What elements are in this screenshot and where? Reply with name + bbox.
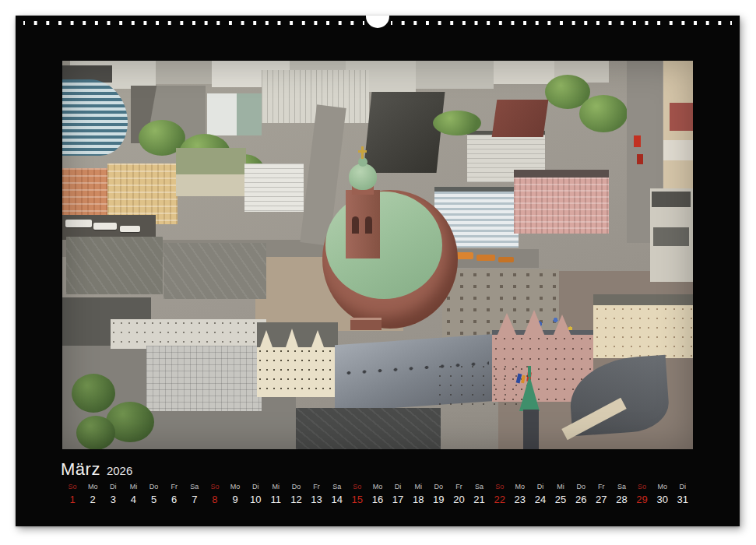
date-number: 2 [90,494,96,505]
weekday-label: So [69,483,77,490]
roemer-gable [497,313,517,336]
weekday-label: So [495,483,504,490]
paulskirche-dome [325,192,442,299]
calendar-day: Di 10 [245,483,265,505]
date-number: 18 [413,494,424,505]
roof-block [66,237,163,294]
tree-canopy [579,95,628,132]
calendar-day: So 8 [205,483,225,505]
weekday-label: Sa [617,483,626,490]
tower-window [365,216,372,234]
date-number: 25 [555,494,566,505]
date-number: 7 [192,494,197,505]
calendar-day: So 15 [347,483,367,505]
building-block [494,61,554,84]
roof-block [164,243,266,299]
calendar-product-shot: März2026 So 1 Mo 2 Di 3 Mi 4 Do 5 Fr 6 [0,0,756,545]
date-number: 17 [392,494,403,505]
weekday-label: Fr [455,483,462,490]
binding-holes-left [23,19,364,26]
weekday-label: So [210,483,219,490]
date-number: 26 [575,494,586,505]
calendar-day: Sa 21 [469,483,490,505]
weekday-label: Do [149,483,159,490]
date-number: 11 [271,494,282,505]
orange-bus [498,257,514,262]
date-number: 24 [535,494,546,505]
calendar-day: Mi 25 [550,483,571,505]
bus [65,220,92,227]
roof-block [652,192,691,207]
date-number: 8 [212,494,217,505]
paulskirche-walls [322,190,458,329]
roemer-gable [523,310,545,336]
building-block [670,103,693,131]
glass-building [62,79,128,156]
date-number: 31 [677,494,688,505]
calendar-day: Di 31 [673,483,693,505]
fire-truck [637,154,643,164]
calendar-day: Fr 13 [307,483,327,505]
spire-cone [519,375,540,411]
weekday-label: So [638,483,646,490]
calendar-day: Di 24 [530,483,550,505]
fire-truck [634,135,641,147]
weekday-label: Fr [313,483,320,490]
date-number: 19 [433,494,444,505]
building-block [176,148,246,196]
bus [120,226,140,232]
gold-cross [361,146,364,159]
scaffolded-building [146,346,262,411]
bus [93,223,117,230]
calendar-day: Mo 23 [510,483,530,505]
weekday-label: Di [537,483,544,490]
gable [311,330,324,347]
date-number: 15 [352,494,363,505]
date-number: 4 [131,494,136,505]
year-label: 2026 [107,464,132,477]
tower-cupola [349,164,377,190]
binding-holes-right [391,19,732,26]
weekday-label: Mo [230,483,241,490]
date-number: 1 [69,494,75,505]
aerial-photo [62,61,693,449]
calendar-day: Do 26 [571,483,591,505]
calendar-day: So 1 [62,483,83,505]
calendar-day: Sa 7 [185,483,205,505]
gable [286,329,298,347]
weekday-label: Mi [414,483,422,490]
weekday-label: Mi [273,483,280,490]
date-number: 22 [494,494,505,505]
roemer-gable [553,315,571,336]
tree-canopy [72,374,115,413]
weekday-label: Fr [171,483,178,490]
building-block [111,319,266,349]
weekday-label: Di [252,483,259,490]
date-number: 16 [372,494,383,505]
roof-block [653,227,689,246]
building-block [207,93,262,135]
baroque-building [593,294,693,358]
weekday-label: Do [292,483,301,490]
weekday-label: Mo [88,483,98,490]
calendar-days-row: So 1 Mo 2 Di 3 Mi 4 Do 5 Fr 6 Sa 7 So [62,483,693,505]
weekday-label: Sa [190,483,199,490]
calendar-day: So 29 [632,483,652,505]
weekday-label: Sa [475,483,483,490]
dark-roof [364,92,445,173]
hanging-notch [366,16,389,28]
calendar-day: Mo 16 [367,483,388,505]
calendar-day: Do 5 [144,483,164,505]
weekday-label: Do [434,483,444,490]
weekday-label: Mi [130,483,138,490]
calendar-day: So 22 [490,483,510,505]
roof-block [296,408,441,449]
weekday-label: Di [110,483,117,490]
calendar-page: März2026 So 1 Mo 2 Di 3 Mi 4 Do 5 Fr 6 [16,16,740,526]
calendar-day: Sa 28 [611,483,631,505]
date-number: 10 [250,494,261,505]
calendar-day: Mi 18 [408,483,428,505]
date-number: 14 [331,494,342,505]
date-number: 13 [311,494,322,505]
calendar-day: Do 12 [286,483,306,505]
